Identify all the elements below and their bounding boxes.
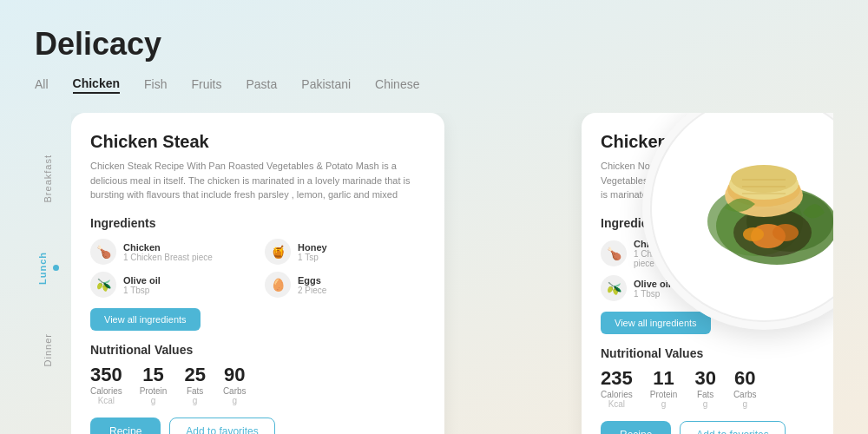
card1-nutrition-title: Nutritional Values: [90, 343, 425, 357]
content-area: Delicacy All Chicken Fish Fruits Pasta P…: [0, 0, 868, 434]
card2-view-all-button[interactable]: View all ingredients: [601, 312, 711, 334]
card2-nutrition-title: Nutritional Values: [601, 346, 823, 360]
chicken-icon: 🍗: [90, 239, 116, 265]
ingredient-eggs-amount: 2 Piece: [298, 286, 326, 295]
card2-oliveoil-amount: 1 Tbsp: [634, 289, 671, 299]
card2-actions: Recipe Add to favorites: [601, 421, 823, 434]
card1-recipe-button[interactable]: Recipe: [90, 418, 161, 434]
ingredient-honey: 🍯 Honey 1 Tsp: [265, 239, 425, 265]
nav-tabs: All Chicken Fish Fruits Pasta Pakistani …: [35, 75, 833, 94]
carbs-unit: g: [223, 396, 247, 405]
card1-ingredients-grid: 🍗 Chicken 1 Chicken Breast piece 🍯 Honey…: [90, 239, 425, 298]
card2-protein-number: 11: [650, 367, 678, 390]
calories-number: 350: [90, 364, 122, 386]
card2-fats-number: 30: [694, 367, 715, 390]
card2-carbs-unit: g: [733, 399, 757, 409]
nutrition-protein: 15 Protein g: [140, 364, 168, 405]
protein-number: 15: [140, 364, 168, 386]
sidebar-lunch[interactable]: Lunch: [37, 252, 48, 285]
card2-nutrition-fats: 30 Fats g: [694, 367, 715, 409]
card2-fats-unit: g: [694, 399, 715, 409]
tab-fish[interactable]: Fish: [144, 76, 167, 93]
svg-point-8: [743, 227, 764, 241]
tab-pakistani[interactable]: Pakistani: [301, 76, 351, 93]
card2-oliveoil-icon: 🫒: [601, 275, 627, 301]
sidebar-dinner[interactable]: Dinner: [43, 333, 53, 366]
calories-unit: Kcal: [90, 396, 122, 405]
sidebar-active-dot: [53, 265, 59, 271]
card2-fats-label: Fats: [694, 390, 715, 399]
main-container: Delicacy All Chicken Fish Fruits Pasta P…: [0, 0, 868, 434]
card2-nutrition-carbs: 60 Carbs g: [733, 367, 757, 409]
tab-fruits[interactable]: Fruits: [191, 76, 221, 93]
card2-recipe-button[interactable]: Recipe: [601, 421, 671, 434]
card2-calories-unit: Kcal: [601, 399, 633, 409]
ingredient-chicken-name: Chicken: [123, 242, 213, 253]
ingredient-chicken-amount: 1 Chicken Breast piece: [123, 253, 213, 262]
card1-ingredients-title: Ingredients: [90, 216, 425, 230]
card1-title: Chicken Steak: [90, 132, 425, 152]
protein-unit: g: [140, 396, 168, 405]
nutrition-carbs: 90 Carbs g: [223, 364, 247, 405]
nutrition-calories: 350 Calories Kcal: [90, 364, 122, 405]
meal-sidebar: Breakfast Lunch Dinner: [35, 130, 61, 391]
tab-pasta[interactable]: Pasta: [246, 76, 277, 93]
card2-nutrition-values: 235 Calories Kcal 11 Protein g 30 Fats: [601, 367, 823, 409]
card2-favorites-button[interactable]: Add to favorites: [680, 421, 785, 434]
card2-nutrition-protein: 11 Protein g: [650, 367, 678, 409]
card2-carbs-label: Carbs: [733, 390, 757, 399]
view-all-ingredients-button[interactable]: View all ingredients: [90, 308, 201, 331]
card1-nutrition-values: 350 Calories Kcal 15 Protein g 25 Fats: [90, 364, 425, 405]
page-title: Delicacy: [35, 26, 833, 62]
card2-chicken-icon: 🍗: [601, 240, 627, 266]
ingredient-chicken: 🍗 Chicken 1 Chicken Breast piece: [90, 239, 251, 265]
ingredient-honey-amount: 1 Tsp: [298, 253, 327, 262]
recipe-card-1: Chicken Steak Chicken Steak Recipe With …: [71, 113, 444, 434]
card2-calories-label: Calories: [601, 390, 633, 399]
ingredient-honey-name: Honey: [298, 242, 327, 253]
fats-unit: g: [184, 396, 205, 405]
carbs-label: Carbs: [223, 386, 247, 396]
ingredient-oliveoil: 🫒 Olive oil 1 Tbsp: [90, 272, 251, 298]
card2-protein-label: Protein: [650, 390, 678, 399]
card1-actions: Recipe Add to favorites: [90, 418, 425, 434]
ingredient-oliveoil-amount: 1 Tbsp: [123, 286, 161, 295]
protein-label: Protein: [140, 386, 168, 396]
carbs-number: 90: [223, 364, 247, 386]
card2-nutrition-calories: 235 Calories Kcal: [601, 367, 633, 409]
svg-point-12: [731, 165, 797, 193]
tab-chinese[interactable]: Chinese: [375, 76, 419, 93]
tab-all[interactable]: All: [35, 76, 49, 93]
ingredient-eggs-name: Eggs: [298, 275, 326, 286]
tab-chicken[interactable]: Chicken: [73, 75, 120, 94]
eggs-icon: 🥚: [265, 272, 291, 298]
sidebar-breakfast[interactable]: Breakfast: [43, 155, 53, 202]
calories-label: Calories: [90, 386, 122, 396]
nutrition-fats: 25 Fats g: [184, 364, 205, 405]
fats-number: 25: [184, 364, 205, 386]
svg-point-7: [773, 224, 799, 241]
fats-label: Fats: [184, 386, 205, 396]
card2-carbs-number: 60: [733, 367, 757, 390]
ingredient-oliveoil-name: Olive oil: [123, 275, 161, 286]
ingredient-eggs: 🥚 Eggs 2 Piece: [265, 272, 425, 298]
honey-icon: 🍯: [265, 239, 291, 265]
oliveoil-icon: 🫒: [90, 272, 116, 298]
card1-description: Chicken Steak Recipe With Pan Roasted Ve…: [90, 159, 425, 204]
card2-protein-unit: g: [650, 399, 678, 409]
card2-calories-number: 235: [601, 367, 633, 390]
card1-favorites-button[interactable]: Add to favorites: [169, 418, 274, 434]
